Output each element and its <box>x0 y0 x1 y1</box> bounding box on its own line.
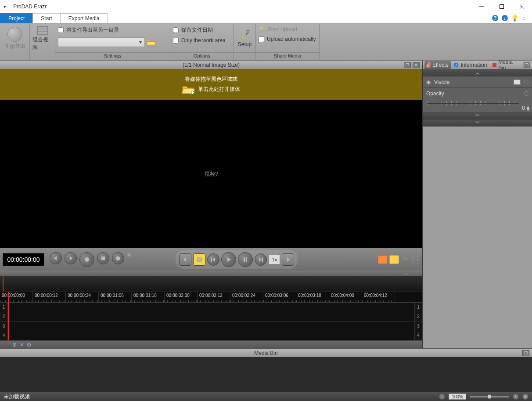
window-controls <box>471 0 532 13</box>
loop-button[interactable] <box>112 252 124 264</box>
maximize-button[interactable] <box>492 0 512 13</box>
zoom-in-button[interactable]: + <box>513 394 519 400</box>
zoom-value[interactable]: 100% <box>449 394 466 400</box>
export-other-dir-checkbox[interactable]: 将文件导出至另一目录 <box>58 25 119 35</box>
tab-media-bin[interactable]: Media Bin <box>490 61 524 69</box>
start-export-button[interactable]: 开始导出 <box>3 25 27 51</box>
loop-region-button[interactable] <box>193 253 205 266</box>
ruler-tick: 00:00:01:18 <box>132 292 165 302</box>
record-button[interactable] <box>79 252 94 267</box>
panel-close-button[interactable]: ✕ <box>413 62 420 68</box>
keep-file-date-checkbox[interactable]: 保留文件日期 <box>173 25 213 35</box>
play-button[interactable] <box>221 252 236 267</box>
track-row[interactable] <box>8 312 414 322</box>
magnet-icon[interactable]: ∩ <box>3 342 9 348</box>
zoom-in-icon[interactable]: ⊕ <box>11 342 18 348</box>
tab-project[interactable]: Project <box>0 13 33 23</box>
track-label: 4 <box>415 331 422 341</box>
home-icon[interactable]: ⌂ <box>521 14 528 22</box>
panel-maximize-button[interactable]: ❐ <box>404 62 411 68</box>
zoom-fit-button[interactable]: ⊙ <box>522 394 528 400</box>
panel-dock-button[interactable]: ❐ <box>522 350 529 356</box>
panel-dock-button[interactable]: ❐ <box>524 62 531 68</box>
viewer[interactable]: 将媒体拖至黑色区域或 单击此处打开媒体 视频? <box>0 69 422 248</box>
only-work-area-checkbox[interactable]: Only the work area <box>173 36 226 44</box>
stepper-icon[interactable]: ▴▾ <box>527 105 529 111</box>
tab-information[interactable]: i Information <box>451 61 489 69</box>
zoom-out-button[interactable]: − <box>439 394 445 400</box>
svg-rect-25 <box>246 257 247 262</box>
ruler-tick: 00:00:04:00 <box>329 292 362 302</box>
fullscreen-icon[interactable]: ⛶ <box>411 255 420 264</box>
crop-icon[interactable]: ▭ <box>401 255 409 264</box>
reset-icon[interactable] <box>524 91 528 96</box>
export-path-input[interactable]: ▾ <box>58 37 145 47</box>
visible-toggle[interactable] <box>514 79 521 85</box>
wand-icon <box>426 61 432 68</box>
go-start-button[interactable] <box>207 253 219 266</box>
lightbulb-icon[interactable]: 💡 <box>511 14 518 22</box>
track-row[interactable] <box>8 331 414 341</box>
prop-visible[interactable]: ◉ Visible <box>423 76 532 88</box>
stop-button[interactable] <box>97 252 109 264</box>
upload-auto-checkbox[interactable]: Upload automatically <box>259 35 316 43</box>
help-icon[interactable]: ? <box>492 14 499 22</box>
track-label: 3 <box>415 322 422 331</box>
accordion-collapse[interactable]: ︾ <box>423 112 532 119</box>
mediabin-body[interactable] <box>0 357 532 392</box>
track-label: 2 <box>0 312 8 322</box>
marker-in-button[interactable] <box>378 255 388 264</box>
combine-video-button[interactable]: 组合视频 <box>32 25 52 51</box>
track-row[interactable] <box>8 322 414 331</box>
prop-opacity[interactable]: Opacity <box>423 88 532 99</box>
next-keyframe-button[interactable] <box>65 252 77 264</box>
track-label: 3 <box>0 322 8 331</box>
minimize-button[interactable] <box>471 0 492 13</box>
info-icon[interactable]: i <box>501 14 508 22</box>
media-drop-hint[interactable]: 将媒体拖至黑色区域或 单击此处打开媒体 <box>0 69 422 100</box>
tab-start[interactable]: Start <box>32 13 60 23</box>
playhead-icon[interactable] <box>3 276 4 292</box>
right-tabs: Effects i Information Media Bin ❐ <box>423 61 532 69</box>
pause-button[interactable] <box>238 252 253 267</box>
zoom-out-icon[interactable]: ⊖ <box>26 342 32 348</box>
svg-rect-21 <box>211 257 212 262</box>
transport-bar: 00:00:00:00 ✲ 1x <box>0 248 422 271</box>
go-end-button[interactable] <box>255 253 267 266</box>
track-row[interactable] <box>8 303 414 312</box>
svg-marker-16 <box>70 256 72 260</box>
accordion-collapse[interactable]: ︾ <box>423 119 532 126</box>
close-button[interactable] <box>512 0 532 13</box>
tab-effects[interactable]: Effects <box>424 61 451 69</box>
svg-marker-26 <box>259 257 262 262</box>
app-menu-icon[interactable]: ▾ <box>4 4 11 10</box>
browse-folder-button[interactable] <box>147 37 156 47</box>
svg-marker-22 <box>212 257 215 262</box>
timeline-overview[interactable] <box>0 276 422 292</box>
start-upload-button: 💡 Start Upload <box>259 25 297 33</box>
timeline: 00:00:00:0000:00:00:1200:00:00:2400:00:0… <box>0 276 422 348</box>
time-ruler[interactable]: 00:00:00:0000:00:00:1200:00:00:2400:00:0… <box>0 292 422 303</box>
zoom-slider[interactable] <box>470 396 509 397</box>
setup-button[interactable]: Setup <box>237 28 253 48</box>
svg-rect-18 <box>101 256 105 260</box>
track-label: 1 <box>0 303 8 312</box>
folder-open-icon <box>182 85 194 94</box>
svg-rect-20 <box>197 258 201 261</box>
tab-export-media[interactable]: Export Media <box>60 13 108 23</box>
accordion-collapse[interactable]: ︽ <box>423 69 532 76</box>
opacity-slider[interactable]: 0▴▾ <box>423 99 532 112</box>
playhead-line[interactable] <box>8 292 9 340</box>
next-chunk-button[interactable] <box>282 253 294 266</box>
track-rows[interactable] <box>8 303 414 340</box>
prev-chunk-button[interactable] <box>179 253 191 266</box>
speed-selector[interactable]: 1x <box>269 255 280 264</box>
timecode-display[interactable]: 00:00:00:00 <box>3 253 44 266</box>
prev-keyframe-button[interactable] <box>50 252 62 264</box>
settings-gear-icon[interactable]: ✲ <box>127 252 131 267</box>
ruler-tick: 00:00:00:00 <box>0 292 33 302</box>
reset-icon[interactable] <box>524 80 528 84</box>
marker-out-button[interactable] <box>389 255 399 264</box>
square-icon <box>492 63 497 67</box>
close-icon[interactable]: × <box>20 342 23 348</box>
